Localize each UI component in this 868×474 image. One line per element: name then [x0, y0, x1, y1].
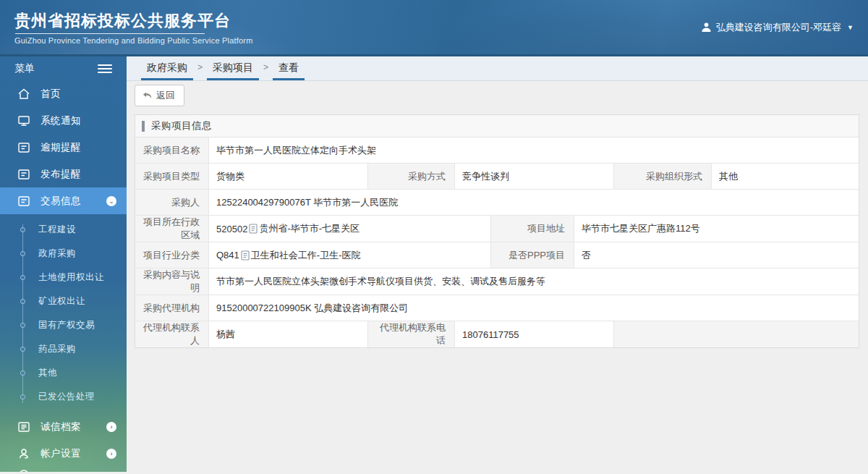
- list-card-icon: [17, 141, 30, 154]
- sidebar-item-label: 诚信档案: [41, 420, 106, 433]
- field-label: 是否PPP项目: [491, 242, 574, 268]
- sidebar-item-partial: [0, 467, 127, 472]
- sidebar-item-overdue-reminder[interactable]: 逾期提醒: [0, 134, 127, 161]
- user-icon: [17, 447, 30, 460]
- breadcrumb-separator: >: [193, 56, 207, 80]
- bullet-icon: [20, 323, 25, 328]
- bullet-icon: [20, 299, 25, 304]
- undo-arrow-icon: [142, 91, 153, 101]
- field-label: 采购内容与说明: [135, 268, 209, 295]
- sidebar-item-label: 逾期提醒: [41, 141, 116, 154]
- bullet-icon: [20, 251, 25, 256]
- table-row: 采购内容与说明 节市第一人民医院立体头架微创手术导航仪项目供货、安装、调试及售后…: [135, 268, 859, 295]
- sidebar-item-publish-reminder[interactable]: 发布提醒: [0, 161, 127, 187]
- table-row: 代理机构联系人 杨茜 代理机构联系电话 18076117755: [135, 321, 859, 347]
- section-accent-bar: [142, 121, 145, 132]
- empty-cell: [614, 321, 859, 347]
- user-name: 弘典建设咨询有限公司-邓廷容: [716, 21, 841, 34]
- sidebar-item-label: 系统通知: [41, 114, 116, 127]
- project-info-table: 采购项目名称 毕节市第一人民医院立体定向手术头架 采购项目类型 货物类 采购方式…: [135, 137, 859, 347]
- list-card-icon: [17, 168, 30, 181]
- field-label: 采购项目名称: [135, 137, 209, 163]
- field-label: 采购组织形式: [614, 164, 712, 189]
- chevron-down-icon: ▼: [847, 24, 854, 31]
- submenu-item-published-notices[interactable]: 已发公告处理: [0, 385, 127, 409]
- submenu-item-engineering[interactable]: 工程建设: [0, 218, 127, 242]
- field-label: 采购项目类型: [135, 164, 209, 189]
- breadcrumb-separator: >: [259, 56, 273, 80]
- field-value-project-type: 货物类: [209, 164, 368, 189]
- sidebar-item-account-settings[interactable]: 帐户设置 ›: [0, 440, 127, 467]
- sidebar-item-label: 交易信息: [41, 195, 106, 208]
- field-value-agency: 91520000722109905K 弘典建设咨询有限公司: [209, 295, 859, 321]
- field-value-agency-contact: 杨茜: [209, 321, 368, 347]
- bullet-icon: [20, 227, 25, 232]
- main-area: 政府采购 > 采购项目 > 查看 返回 采购项目信息: [127, 56, 868, 472]
- bullet-icon: [20, 371, 25, 376]
- field-value-address: 毕节市七星关区广惠路112号: [574, 216, 859, 242]
- field-label: 代理机构联系电话: [368, 321, 455, 347]
- field-label: 采购代理机构: [135, 295, 209, 321]
- field-label: 代理机构联系人: [135, 321, 209, 347]
- bullet-icon: [20, 394, 25, 399]
- monitor-icon: [17, 114, 30, 127]
- hamburger-icon[interactable]: [98, 62, 112, 75]
- field-value-content: 节市第一人民医院立体头架微创手术导航仪项目供货、安装、调试及售后服务等: [209, 268, 859, 295]
- page-subtitle: GuiZhou Province Tendering and Bidding P…: [14, 36, 253, 45]
- content: 采购项目信息 采购项目名称 毕节市第一人民医院立体定向手术头架 采购项目类型 货…: [127, 110, 868, 472]
- field-label: 项目所在行政区域: [135, 216, 209, 242]
- table-row: 采购项目类型 货物类 采购方式 竞争性谈判 采购组织形式 其他: [135, 163, 859, 189]
- sidebar: 菜单 首页 系统通知 逾期提醒: [0, 56, 127, 472]
- field-value-agency-phone: 18076117755: [455, 321, 614, 347]
- sidebar-item-trade-info[interactable]: 交易信息 ⌄: [0, 187, 127, 214]
- user-menu[interactable]: 弘典建设咨询有限公司-邓廷容 ▼: [701, 21, 854, 34]
- field-label: 采购人: [135, 190, 209, 215]
- field-value-region: 520502 贵州省-毕节市-七星关区: [209, 216, 491, 242]
- breadcrumb-procurement-project[interactable]: 采购项目: [207, 56, 259, 80]
- sidebar-menu-label: 菜单: [14, 62, 35, 75]
- field-value-org-form: 其他: [712, 164, 859, 189]
- brand: 贵州省招标投标公共服务平台 GuiZhou Province Tendering…: [14, 9, 253, 45]
- field-value-purchase-method: 竞争性谈判: [455, 164, 614, 189]
- document-picker-icon[interactable]: [241, 250, 250, 261]
- bullet-icon: [20, 275, 25, 280]
- field-value-project-name: 毕节市第一人民医院立体定向手术头架: [209, 137, 859, 163]
- back-button[interactable]: 返回: [135, 85, 184, 106]
- table-row: 采购人 12522400429790076T 毕节市第一人民医院: [135, 189, 859, 215]
- chevron-right-circle-icon: ›: [106, 422, 116, 432]
- chevron-right-circle-icon: ›: [106, 449, 116, 459]
- field-value-purchaser: 12522400429790076T 毕节市第一人民医院: [209, 190, 859, 215]
- table-row: 项目行业分类 Q841 卫生和社会工作-卫生-医院 是否PPP项目 否: [135, 242, 859, 268]
- sidebar-item-label: 帐户设置: [41, 447, 106, 460]
- submenu-item-drug-procurement[interactable]: 药品采购: [0, 337, 127, 361]
- sidebar-item-notifications[interactable]: 系统通知: [0, 107, 127, 134]
- breadcrumb-view[interactable]: 查看: [273, 56, 305, 80]
- sidebar-item-home[interactable]: 首页: [0, 80, 127, 107]
- submenu-item-land-use[interactable]: 土地使用权出让: [0, 266, 127, 289]
- submenu-item-state-property[interactable]: 国有产权交易: [0, 313, 127, 337]
- table-row: 采购项目名称 毕节市第一人民医院立体定向手术头架: [135, 137, 859, 163]
- field-label: 采购方式: [368, 164, 455, 189]
- chevron-down-circle-icon: ⌄: [106, 196, 116, 206]
- page-title: 贵州省招标投标公共服务平台: [14, 11, 253, 31]
- section-title: 采购项目信息: [151, 119, 212, 132]
- breadcrumb-gov-procurement[interactable]: 政府采购: [141, 56, 193, 80]
- field-label: 项目行业分类: [135, 242, 209, 268]
- trade-info-submenu: 工程建设 政府采购 土地使用权出让 矿业权出让 国有产权交易 药品采购 其他 已…: [0, 214, 127, 413]
- title-divider: [15, 33, 205, 34]
- submenu-item-gov-procurement[interactable]: 政府采购: [0, 242, 127, 266]
- table-row: 采购代理机构 91520000722109905K 弘典建设咨询有限公司: [135, 295, 859, 321]
- table-row: 项目所在行政区域 520502 贵州省-毕节市-七星关区 项目地址 毕节市七星关…: [135, 215, 859, 242]
- home-icon: [17, 88, 30, 101]
- list-card-icon: [17, 195, 30, 208]
- submenu-item-mining-rights[interactable]: 矿业权出让: [0, 289, 127, 313]
- user-icon: [701, 22, 712, 33]
- app-header: 贵州省招标投标公共服务平台 GuiZhou Province Tendering…: [0, 0, 868, 56]
- document-picker-icon[interactable]: [249, 224, 258, 234]
- field-value-industry: Q841 卫生和社会工作-卫生-医院: [209, 242, 491, 268]
- submenu-item-other[interactable]: 其他: [0, 361, 127, 385]
- section-header: 采购项目信息: [135, 115, 859, 137]
- app-window: 贵州省招标投标公共服务平台 GuiZhou Province Tendering…: [0, 0, 868, 474]
- sidebar-item-credit-archive[interactable]: 诚信档案 ›: [0, 413, 127, 440]
- field-label: 项目地址: [491, 216, 574, 242]
